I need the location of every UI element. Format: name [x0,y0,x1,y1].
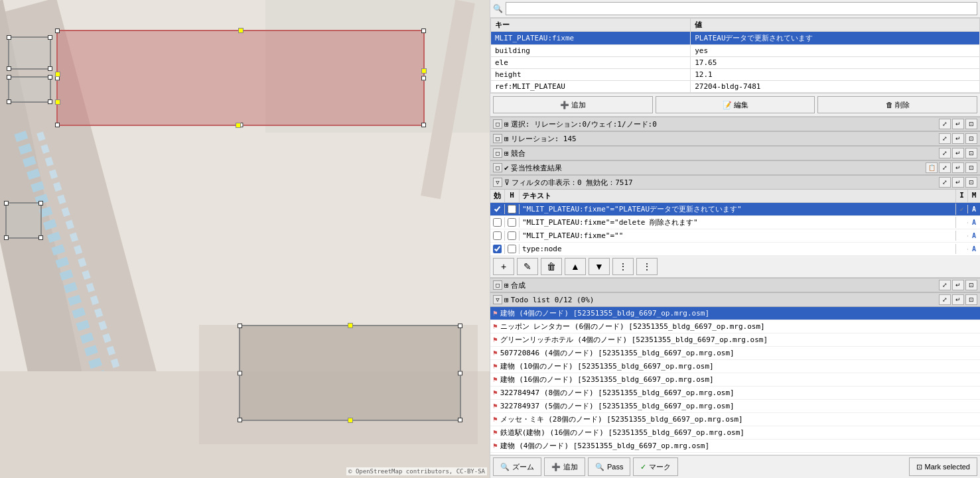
zoom-button[interactable]: 🔍 ズーム [493,457,541,476]
todo-item[interactable]: ⚑ニッポン レンタカー (6個のノード) [52351355_bldg_6697… [490,320,980,333]
zoom-icon: 🔍 [500,463,510,471]
section-merge[interactable]: □ ⊞ 合成 ⤢ ↵ ⊡ [490,278,980,292]
collapse-conflict[interactable]: □ [493,149,502,158]
section-validation[interactable]: □ ✔ 妥当性検査結果 📋 ⤢ ↵ ⊡ [490,160,980,175]
building-small-1[interactable] [8,36,51,70]
map-copyright: © OpenStreetMap contributors, CC-BY-SA [346,467,487,475]
tag-row[interactable]: ele17.65 [491,57,980,69]
relation-action-1[interactable]: ⤢ [939,133,951,144]
filter-up-button[interactable]: ▲ [565,258,586,275]
filter-h-checkbox[interactable] [508,245,516,253]
section-conflict[interactable]: □ ⊞ 競合 ⤢ ↵ ⊡ [490,146,980,160]
relation-action-2[interactable]: ↵ [952,133,964,144]
collapse-selection[interactable]: □ [493,119,502,129]
tag-delete-button[interactable]: 🗑 削除 [817,96,977,113]
todo-item[interactable]: ⚑507720846 (4個のノード) [52351355_bldg_6697_… [490,347,980,360]
filter-edit-button[interactable]: ✎ [517,258,538,275]
selection-action-3[interactable]: ⊡ [965,119,977,129]
filter-h-checkbox[interactable] [508,205,516,213]
filter-checkbox[interactable] [493,205,502,213]
todo-item-icon: ⚑ [493,415,498,424]
validation-action-3[interactable]: ↵ [952,162,964,173]
filter-checkbox[interactable] [493,231,502,240]
todo-item[interactable]: ⚑建物 (16個のノード) [52351355_bldg_6697_op.mrg… [490,373,980,387]
section-selection[interactable]: □ ⊞ 選択: リレーション:0/ウェイ:1/ノード:0 ⤢ ↵ ⊡ [490,117,980,131]
section-relation[interactable]: □ ⊞ リレーション: 145 ⤢ ↵ ⊡ [490,131,980,146]
tag-row[interactable]: height12.1 [491,69,980,81]
filter-delete-button[interactable]: 🗑 [541,258,562,275]
filter-action-1[interactable]: ⤢ [939,177,951,188]
filter-more2-button[interactable]: ⋮ [636,258,658,275]
filter-row[interactable]: "MLIT_PLATEAU:fixme"="delete 削除されます" A [490,216,980,229]
bottom-bar: 🔍 ズーム ➕ 追加 🔍 Pass ✓ マーク ⊡ Mark selected [490,455,980,478]
todo-item[interactable]: ⚑メッセ・ミキ (28個のノード) [52351355_bldg_6697_op… [490,413,980,426]
add-icon: ➕ [560,101,569,109]
todo-action-3[interactable]: ⊡ [965,294,977,305]
filter-h-checkbox[interactable] [508,218,516,227]
todo-item[interactable]: ⚑建物 (4個のノード) [52351355_bldg_6697_op.mrg.… [490,307,980,320]
conflict-action-2[interactable]: ↵ [952,148,964,158]
todo-action-1[interactable]: ⤢ [939,294,951,305]
mark-selected-button[interactable]: ⊡ Mark selected [909,457,977,476]
tag-add-button[interactable]: ➕ 追加 [493,96,653,113]
conflict-action-3[interactable]: ⊡ [965,148,977,158]
search-input[interactable] [506,2,977,15]
todo-item[interactable]: ⚑鉄道駅(建物) (16個のノード) [52351355_bldg_6697_o… [490,426,980,440]
add-button[interactable]: ➕ 追加 [544,457,585,476]
map-area[interactable]: © OpenStreetMap contributors, CC-BY-SA [0,0,490,478]
building-bottom[interactable] [239,325,461,421]
todo-item-text: 建物 (4個のノード) [52351355_bldg_6697_op.mrg.o… [500,308,709,318]
filter-down-button[interactable]: ▼ [589,258,610,275]
tag-row[interactable]: buildingyes [491,45,980,57]
tag-row[interactable]: ref:MLIT_PLATEAU27204-bldg-7481 [491,81,980,93]
validation-action-2[interactable]: ⤢ [939,162,951,173]
merge-title: 合成 [511,280,939,290]
todo-list: ⚑建物 (4個のノード) [52351355_bldg_6697_op.mrg.… [490,307,980,455]
filter-add-button[interactable]: + [493,258,514,275]
collapse-merge[interactable]: □ [493,280,502,290]
todo-item[interactable]: ⚑建物 (10個のノード) [52351355_bldg_6697_op.mrg… [490,360,980,373]
filter-h-checkbox[interactable] [508,231,516,240]
building-top[interactable] [56,30,425,126]
selection-action-1[interactable]: ⤢ [939,119,951,129]
filter-more1-button[interactable]: ⋮ [612,258,634,275]
todo-item-icon: ⚑ [493,428,498,437]
collapse-validation[interactable]: □ [493,163,502,172]
filter-col-eff: 効 [490,190,505,202]
todo-item[interactable]: ⚑建物 (4個のノード) [52351355_bldg_6697_op.mrg.… [490,440,980,453]
collapse-relation[interactable]: □ [493,134,502,143]
section-filter[interactable]: ▽ ⊽ フィルタの非表示：0 無効化：7517 ⤢ ↵ ⊡ [490,175,980,190]
tag-row[interactable]: MLIT_PLATEAU:fixmePLATEAUデータで更新されています [491,32,980,45]
filter-checkbox[interactable] [493,218,502,227]
mark-button[interactable]: ✓ マーク [633,457,678,476]
conflict-action-1[interactable]: ⤢ [939,148,951,158]
filter-action-2[interactable]: ↵ [952,177,964,188]
filter-checkbox[interactable] [493,245,502,253]
section-todo[interactable]: ▽ ⊞ Todo list 0/12 (0%) ⤢ ↵ ⊡ [490,292,980,307]
relation-action-3[interactable]: ⊡ [965,133,977,144]
edit-icon: 📝 [723,101,732,109]
validation-action-1[interactable]: 📋 [926,162,938,173]
filter-row[interactable]: "MLIT_PLATEAU:fixme"="" A [490,229,980,243]
filter-row[interactable]: type:node A [490,243,980,256]
todo-item[interactable]: ⚑322784937 (5個のノード) [52351355_bldg_6697_… [490,400,980,413]
mark-selected-icon: ⊡ [916,463,922,471]
todo-item-text: グリーンリッチホテル (4個のノード) [52351355_bldg_6697_… [500,335,768,345]
todo-item[interactable]: ⚑322784947 (8個のノード) [52351355_bldg_6697_… [490,387,980,400]
collapse-todo[interactable]: ▽ [493,295,502,304]
merge-action-2[interactable]: ↵ [952,280,964,290]
merge-action-1[interactable]: ⤢ [939,280,951,290]
todo-action-2[interactable]: ↵ [952,294,964,305]
collapse-filter[interactable]: ▽ [493,178,502,187]
filter-action-3[interactable]: ⊡ [965,177,977,188]
todo-item-text: 322784937 (5個のノード) [52351355_bldg_6697_o… [500,401,735,411]
todo-item[interactable]: ⚑グリーンリッチホテル (4個のノード) [52351355_bldg_6697… [490,333,980,347]
pass-button[interactable]: 🔍 Pass [588,457,630,476]
tag-edit-button[interactable]: 📝 編集 [656,96,815,113]
validation-action-4[interactable]: ⊡ [965,162,977,173]
building-small-3[interactable] [5,202,42,239]
building-small-2[interactable] [8,76,51,103]
merge-action-3[interactable]: ⊡ [965,280,977,290]
filter-row[interactable]: "MLIT_PLATEAU:fixme"="PLATEAUデータで更新されていま… [490,203,980,216]
selection-action-2[interactable]: ↵ [952,119,964,129]
